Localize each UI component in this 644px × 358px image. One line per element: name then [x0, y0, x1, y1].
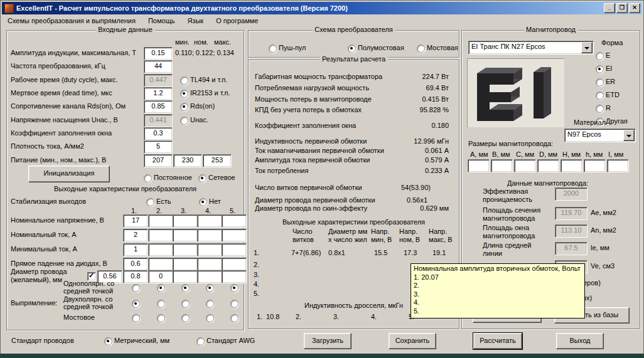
vnom-cell-2[interactable]: [148, 214, 173, 228]
halfbridge-radio[interactable]: [348, 45, 356, 53]
out-row-wire: 0.8x1: [328, 249, 345, 257]
density-field[interactable]: 5: [144, 140, 173, 154]
vdiode-cell-4[interactable]: [197, 258, 222, 271]
save-button[interactable]: Сохранить: [389, 333, 436, 349]
tl494-radio[interactable]: [180, 76, 188, 85]
imin-cell-1[interactable]: 1: [123, 243, 148, 256]
imin-cell-2[interactable]: [148, 243, 173, 256]
menu-help[interactable]: Помощь: [148, 17, 175, 24]
init-button[interactable]: Инициализация: [28, 166, 110, 182]
rect-bridge-radio-4[interactable]: [206, 314, 214, 322]
supply-ac-radio[interactable]: [198, 174, 207, 182]
core-type-select[interactable]: EI Транс ПК N27 Epcos: [468, 41, 594, 55]
minimize-icon[interactable]: _: [604, 3, 615, 13]
calculate-button[interactable]: Рассчитать: [473, 333, 522, 349]
size-field-d[interactable]: [537, 159, 559, 172]
wire-cell-4[interactable]: [197, 270, 222, 283]
supply-dc-radio[interactable]: [144, 174, 152, 182]
inom-cell-2[interactable]: [148, 229, 173, 242]
rect-uni-radio-1[interactable]: [132, 284, 140, 292]
rect-uni-radio-2[interactable]: [157, 284, 165, 292]
shape-e-radio[interactable]: [596, 52, 604, 60]
rect-uni-radio-5[interactable]: [230, 284, 239, 292]
vnom-cell-4[interactable]: [197, 214, 222, 228]
stab-no-radio[interactable]: [199, 198, 207, 206]
rect-bridge-radio-1[interactable]: [132, 314, 140, 322]
vdiode-cell-5[interactable]: [222, 258, 247, 271]
menu-about[interactable]: О программе: [216, 17, 258, 24]
vnom-cell-3[interactable]: [173, 214, 198, 228]
rect-bi-radio-1[interactable]: [132, 300, 140, 308]
result-value: 95.828 %: [420, 106, 449, 113]
rect-bi-radio-4[interactable]: [206, 300, 214, 308]
vdiode-cell-3[interactable]: [173, 258, 198, 271]
shape-etd-radio[interactable]: [596, 92, 604, 100]
wire-cell-5[interactable]: [222, 270, 247, 283]
shape-er-radio[interactable]: [596, 78, 604, 87]
ir2153-radio[interactable]: [180, 90, 188, 98]
size-field-h2[interactable]: [584, 159, 606, 172]
supply-max-field[interactable]: 253: [203, 154, 232, 167]
frequency-field[interactable]: 44: [144, 60, 173, 73]
choke-num-3: 3.: [333, 313, 339, 321]
supply-nom-field[interactable]: 230: [173, 154, 202, 167]
shape-r-radio[interactable]: [596, 105, 604, 113]
vdiode-cell-1[interactable]: 0.6: [123, 258, 148, 271]
vnom-cell-1[interactable]: 17: [123, 214, 148, 228]
rect-bi-radio-3[interactable]: [181, 300, 190, 308]
rds-field[interactable]: 0.85: [144, 100, 173, 113]
duty-label: Рабочее время (duty cycle), макс.: [11, 76, 117, 84]
metric-radio[interactable]: [104, 337, 112, 345]
imin-cell-3[interactable]: [173, 243, 198, 256]
chevron-down-icon[interactable]: [581, 42, 593, 53]
rds-radio[interactable]: [180, 103, 188, 111]
deadtime-field[interactable]: 1.2: [144, 87, 173, 100]
title-bar[interactable]: ExcellentIT - Расчет импульсного трансфо…: [2, 2, 642, 14]
rect-uni-radio-4[interactable]: [206, 284, 214, 292]
awg-radio[interactable]: [196, 337, 205, 345]
fill-field[interactable]: 0.3: [144, 127, 173, 140]
size-field-a[interactable]: [468, 159, 490, 172]
inom-cell-3[interactable]: [173, 229, 198, 242]
wire-cell-2[interactable]: 0: [148, 270, 173, 283]
ae-label-1: Площадь сечения: [483, 206, 540, 214]
rect-bridge-radio-5[interactable]: [230, 314, 239, 322]
rect-bi-radio-5[interactable]: [230, 300, 239, 308]
stab-yes-radio[interactable]: [146, 198, 154, 206]
imin-cell-5[interactable]: [222, 243, 247, 256]
size-field-i[interactable]: [607, 159, 629, 172]
induction-field[interactable]: 0.15: [144, 47, 173, 60]
inom-cell-4[interactable]: [197, 229, 222, 242]
rect-bi-radio-2[interactable]: [157, 300, 165, 308]
inom-cell-1[interactable]: 2: [123, 229, 148, 242]
rect-bridge-radio-2[interactable]: [157, 314, 165, 322]
size-field-b[interactable]: [491, 159, 513, 172]
an-label-2: магнитопровода: [483, 232, 535, 240]
bridge-radio[interactable]: [417, 45, 425, 53]
pushpull-radio[interactable]: [269, 45, 277, 53]
menu-language[interactable]: Язык: [187, 17, 203, 24]
size-field-h[interactable]: [561, 159, 582, 172]
menu-schemes[interactable]: Схемы преобразования и выпрямления: [8, 17, 136, 24]
chevron-down-icon[interactable]: [623, 130, 635, 141]
size-label-d: D, мм: [539, 150, 557, 159]
wire-label-line2: (желаемый), мм: [11, 276, 62, 284]
material-select[interactable]: N97 Epcos: [564, 129, 636, 142]
close-icon[interactable]: ✕: [629, 3, 640, 13]
size-field-c[interactable]: [514, 159, 536, 172]
exit-button[interactable]: Выход: [556, 333, 604, 349]
load-button[interactable]: Загрузить: [304, 333, 352, 349]
imin-cell-4[interactable]: [197, 243, 222, 256]
rect-uni-radio-3[interactable]: [181, 284, 190, 292]
wire-cell-3[interactable]: [173, 270, 198, 283]
maximize-icon[interactable]: ❐: [616, 3, 628, 13]
shape-ei-radio[interactable]: [596, 65, 604, 73]
vnom-cell-5[interactable]: [222, 214, 247, 228]
rect-bridge-radio-3[interactable]: [181, 314, 190, 322]
inom-cell-5[interactable]: [222, 229, 247, 242]
hdr-turns-1: Число: [292, 228, 313, 236]
usat-radio[interactable]: [180, 117, 188, 125]
supply-min-field[interactable]: 207: [144, 154, 173, 167]
vdiode-cell-2[interactable]: [148, 258, 173, 271]
wire-cell-1[interactable]: 0.8: [123, 270, 148, 283]
